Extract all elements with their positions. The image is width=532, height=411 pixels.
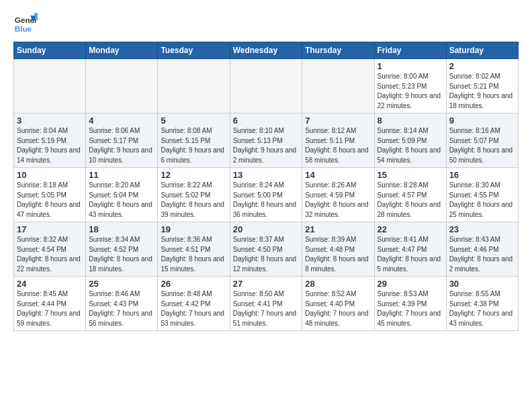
day-info: Sunrise: 8:28 AM Sunset: 4:57 PM Dayligh… [378, 181, 443, 220]
day-info: Sunrise: 8:48 AM Sunset: 4:42 PM Dayligh… [161, 289, 226, 328]
day-info: Sunrise: 8:45 AM Sunset: 4:44 PM Dayligh… [17, 289, 83, 328]
day-info: Sunrise: 8:12 AM Sunset: 5:11 PM Dayligh… [305, 126, 371, 165]
day-info: Sunrise: 8:18 AM Sunset: 5:05 PM Dayligh… [17, 181, 83, 220]
day-number: 27 [233, 279, 300, 289]
calendar-day-cell [230, 59, 302, 113]
calendar-day-cell: 26Sunrise: 8:48 AM Sunset: 4:42 PM Dayli… [158, 277, 230, 331]
day-number: 2 [449, 61, 515, 71]
day-info: Sunrise: 8:10 AM Sunset: 5:13 PM Dayligh… [233, 126, 300, 165]
day-info: Sunrise: 8:16 AM Sunset: 5:07 PM Dayligh… [449, 126, 515, 165]
day-number: 10 [17, 170, 83, 180]
day-info: Sunrise: 8:37 AM Sunset: 4:50 PM Dayligh… [233, 235, 300, 274]
header: General Blue [13, 11, 519, 35]
day-number: 7 [305, 116, 371, 126]
day-number: 16 [449, 170, 515, 180]
calendar-day-cell: 10Sunrise: 8:18 AM Sunset: 5:05 PM Dayli… [14, 168, 86, 222]
calendar-day-header: Tuesday [158, 42, 230, 59]
calendar-day-cell: 29Sunrise: 8:53 AM Sunset: 4:39 PM Dayli… [374, 277, 446, 331]
day-number: 22 [378, 224, 443, 234]
day-info: Sunrise: 8:32 AM Sunset: 4:54 PM Dayligh… [17, 235, 83, 274]
calendar-header-row: SundayMondayTuesdayWednesdayThursdayFrid… [14, 42, 519, 59]
calendar-day-cell: 16Sunrise: 8:30 AM Sunset: 4:55 PM Dayli… [446, 168, 518, 222]
calendar-day-cell [86, 59, 158, 113]
calendar-week-row: 10Sunrise: 8:18 AM Sunset: 5:05 PM Dayli… [14, 168, 519, 222]
day-info: Sunrise: 8:39 AM Sunset: 4:48 PM Dayligh… [305, 235, 371, 274]
day-info: Sunrise: 8:02 AM Sunset: 5:21 PM Dayligh… [449, 72, 515, 111]
day-number: 20 [233, 224, 300, 234]
day-number: 5 [161, 116, 226, 126]
logo: General Blue [13, 11, 38, 35]
day-number: 25 [89, 279, 154, 289]
calendar-day-cell: 22Sunrise: 8:41 AM Sunset: 4:47 PM Dayli… [374, 222, 446, 277]
calendar-day-cell: 19Sunrise: 8:36 AM Sunset: 4:51 PM Dayli… [158, 222, 230, 277]
calendar-day-cell: 21Sunrise: 8:39 AM Sunset: 4:48 PM Dayli… [302, 222, 374, 277]
calendar-week-row: 1Sunrise: 8:00 AM Sunset: 5:23 PM Daylig… [14, 59, 519, 113]
calendar-week-row: 17Sunrise: 8:32 AM Sunset: 4:54 PM Dayli… [14, 222, 519, 277]
calendar-day-cell [14, 59, 86, 113]
calendar-day-cell: 25Sunrise: 8:46 AM Sunset: 4:43 PM Dayli… [86, 277, 158, 331]
day-info: Sunrise: 8:04 AM Sunset: 5:19 PM Dayligh… [17, 126, 83, 165]
svg-text:Blue: Blue [15, 24, 32, 33]
day-info: Sunrise: 8:46 AM Sunset: 4:43 PM Dayligh… [89, 289, 154, 328]
day-info: Sunrise: 8:41 AM Sunset: 4:47 PM Dayligh… [378, 235, 443, 274]
day-info: Sunrise: 8:24 AM Sunset: 5:00 PM Dayligh… [233, 181, 300, 220]
calendar-day-cell: 23Sunrise: 8:43 AM Sunset: 4:46 PM Dayli… [446, 222, 518, 277]
calendar-day-cell: 27Sunrise: 8:50 AM Sunset: 4:41 PM Dayli… [230, 277, 302, 331]
calendar-day-cell: 20Sunrise: 8:37 AM Sunset: 4:50 PM Dayli… [230, 222, 302, 277]
calendar-day-header: Monday [86, 42, 158, 59]
day-info: Sunrise: 8:00 AM Sunset: 5:23 PM Dayligh… [378, 72, 443, 111]
calendar-day-cell: 28Sunrise: 8:52 AM Sunset: 4:40 PM Dayli… [302, 277, 374, 331]
calendar-day-cell: 4Sunrise: 8:06 AM Sunset: 5:17 PM Daylig… [86, 113, 158, 168]
day-info: Sunrise: 8:30 AM Sunset: 4:55 PM Dayligh… [449, 181, 515, 220]
calendar-day-cell: 13Sunrise: 8:24 AM Sunset: 5:00 PM Dayli… [230, 168, 302, 222]
calendar-day-cell: 11Sunrise: 8:20 AM Sunset: 5:04 PM Dayli… [86, 168, 158, 222]
calendar-day-header: Saturday [446, 42, 518, 59]
calendar-day-cell: 5Sunrise: 8:08 AM Sunset: 5:15 PM Daylig… [158, 113, 230, 168]
day-number: 30 [449, 279, 515, 289]
day-number: 26 [161, 279, 226, 289]
day-number: 1 [378, 61, 443, 71]
day-info: Sunrise: 8:20 AM Sunset: 5:04 PM Dayligh… [89, 181, 154, 220]
calendar-day-cell: 17Sunrise: 8:32 AM Sunset: 4:54 PM Dayli… [14, 222, 86, 277]
calendar-day-cell: 9Sunrise: 8:16 AM Sunset: 5:07 PM Daylig… [446, 113, 518, 168]
day-info: Sunrise: 8:43 AM Sunset: 4:46 PM Dayligh… [449, 235, 515, 274]
day-number: 14 [305, 170, 371, 180]
calendar-day-cell: 18Sunrise: 8:34 AM Sunset: 4:52 PM Dayli… [86, 222, 158, 277]
day-info: Sunrise: 8:08 AM Sunset: 5:15 PM Dayligh… [161, 126, 226, 165]
calendar-week-row: 3Sunrise: 8:04 AM Sunset: 5:19 PM Daylig… [14, 113, 519, 168]
calendar-day-cell: 14Sunrise: 8:26 AM Sunset: 4:59 PM Dayli… [302, 168, 374, 222]
calendar-day-header: Thursday [302, 42, 374, 59]
calendar-day-cell: 15Sunrise: 8:28 AM Sunset: 4:57 PM Dayli… [374, 168, 446, 222]
day-info: Sunrise: 8:34 AM Sunset: 4:52 PM Dayligh… [89, 235, 154, 274]
day-number: 29 [378, 279, 443, 289]
day-info: Sunrise: 8:14 AM Sunset: 5:09 PM Dayligh… [378, 126, 443, 165]
day-info: Sunrise: 8:26 AM Sunset: 4:59 PM Dayligh… [305, 181, 371, 220]
calendar-day-cell: 12Sunrise: 8:22 AM Sunset: 5:02 PM Dayli… [158, 168, 230, 222]
day-number: 12 [161, 170, 226, 180]
day-number: 8 [378, 116, 443, 126]
day-number: 6 [233, 116, 300, 126]
calendar-day-cell: 6Sunrise: 8:10 AM Sunset: 5:13 PM Daylig… [230, 113, 302, 168]
day-number: 18 [89, 224, 154, 234]
day-number: 4 [89, 116, 154, 126]
day-info: Sunrise: 8:55 AM Sunset: 4:38 PM Dayligh… [449, 289, 515, 328]
calendar-day-cell [158, 59, 230, 113]
day-info: Sunrise: 8:53 AM Sunset: 4:39 PM Dayligh… [378, 289, 443, 328]
calendar-day-header: Friday [374, 42, 446, 59]
calendar-day-cell: 7Sunrise: 8:12 AM Sunset: 5:11 PM Daylig… [302, 113, 374, 168]
day-number: 19 [161, 224, 226, 234]
day-number: 13 [233, 170, 300, 180]
day-number: 11 [89, 170, 154, 180]
calendar-day-cell [302, 59, 374, 113]
logo-icon: General Blue [13, 11, 38, 35]
day-info: Sunrise: 8:22 AM Sunset: 5:02 PM Dayligh… [161, 181, 226, 220]
day-number: 28 [305, 279, 371, 289]
calendar-table: SundayMondayTuesdayWednesdayThursdayFrid… [13, 42, 519, 331]
day-number: 3 [17, 116, 83, 126]
calendar-week-row: 24Sunrise: 8:45 AM Sunset: 4:44 PM Dayli… [14, 277, 519, 331]
calendar-day-cell: 3Sunrise: 8:04 AM Sunset: 5:19 PM Daylig… [14, 113, 86, 168]
calendar-day-header: Sunday [14, 42, 86, 59]
day-number: 24 [17, 279, 83, 289]
page: General Blue SundayMondayTuesdayWednesda… [0, 0, 532, 338]
calendar-day-cell: 30Sunrise: 8:55 AM Sunset: 4:38 PM Dayli… [446, 277, 518, 331]
